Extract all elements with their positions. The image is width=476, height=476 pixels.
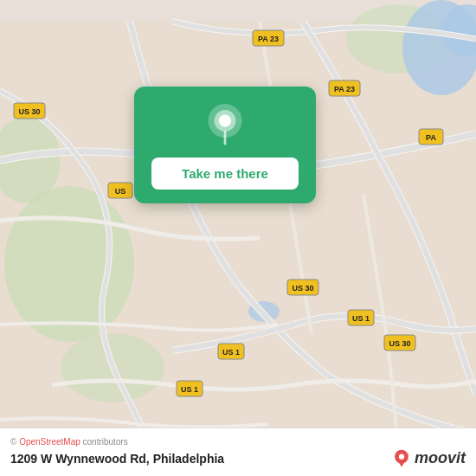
svg-point-1 xyxy=(4,186,134,342)
moovit-logo-icon xyxy=(392,449,411,468)
osm-attribution: © OpenStreetMap contributors xyxy=(10,437,466,447)
map-container: PA 23 PA 23 US 30 US PA US 30 US 1 US 30… xyxy=(0,0,476,476)
address-text: 1209 W Wynnewood Rd, Philadelphia xyxy=(10,452,224,466)
location-pin-icon xyxy=(204,104,246,145)
svg-text:US 30: US 30 xyxy=(18,107,40,116)
moovit-logo: moovit xyxy=(392,449,466,468)
svg-text:PA 23: PA 23 xyxy=(258,35,279,43)
location-card[interactable]: Take me there xyxy=(134,87,316,203)
svg-point-30 xyxy=(219,114,231,126)
svg-text:US 30: US 30 xyxy=(292,284,313,293)
osm-link[interactable]: OpenStreetMap xyxy=(19,437,80,447)
svg-text:US 30: US 30 xyxy=(389,339,410,348)
map-svg: PA 23 PA 23 US 30 US PA US 30 US 1 US 30… xyxy=(0,0,476,476)
svg-text:US: US xyxy=(115,187,126,196)
svg-text:PA 23: PA 23 xyxy=(334,85,355,93)
svg-text:PA: PA xyxy=(426,133,436,142)
moovit-text: moovit xyxy=(415,449,466,467)
attribution-bar: © OpenStreetMap contributors 1209 W Wynn… xyxy=(0,428,476,476)
svg-marker-33 xyxy=(398,461,405,466)
take-me-there-button[interactable]: Take me there xyxy=(151,158,299,190)
svg-point-32 xyxy=(399,453,404,459)
svg-text:US 1: US 1 xyxy=(181,385,198,394)
svg-text:US 1: US 1 xyxy=(222,348,240,357)
svg-text:US 1: US 1 xyxy=(352,314,370,323)
